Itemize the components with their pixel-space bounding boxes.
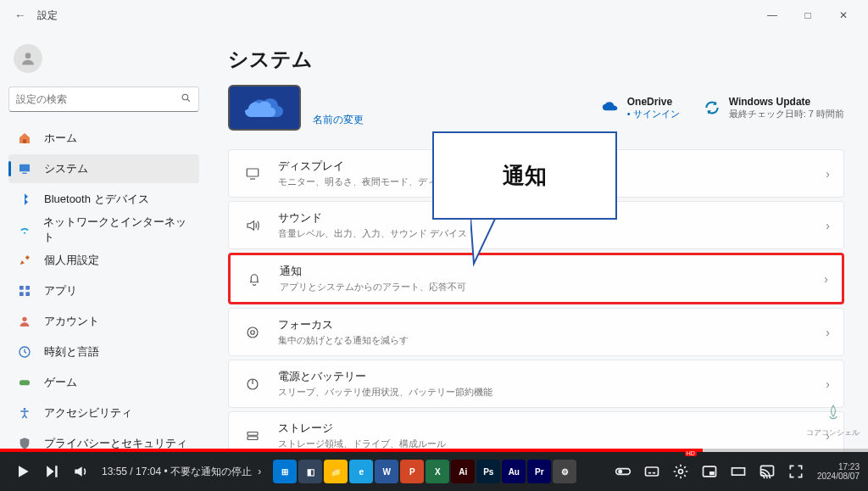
svg-point-16: [248, 327, 258, 338]
captions-button[interactable]: [637, 452, 666, 491]
sidebar-item-label: 時刻と言語: [44, 344, 99, 360]
app-icon[interactable]: Ps: [476, 460, 500, 483]
game-icon: [15, 375, 34, 390]
app-icon[interactable]: Au: [502, 460, 526, 483]
onedrive-block[interactable]: OneDrive • サインイン: [602, 96, 680, 120]
setting-subtitle: スリープ、バッテリ使用状況、バッテリー節約機能: [278, 386, 826, 399]
svg-rect-14: [247, 169, 259, 176]
sidebar-item-time-language[interactable]: 時刻と言語: [8, 338, 199, 366]
svg-line-2: [187, 99, 190, 102]
volume-button[interactable]: [66, 452, 95, 491]
app-icon[interactable]: ⚙: [553, 460, 576, 483]
chevron-right-icon: ›: [824, 272, 828, 286]
fullscreen-button[interactable]: [782, 452, 810, 491]
maximize-button[interactable]: □: [790, 0, 826, 31]
annotation-callout: 通知: [432, 131, 617, 220]
setting-row-notifications[interactable]: 通知 アプリとシステムからのアラート、応答不可 ›: [228, 253, 844, 304]
sidebar-item-bluetooth[interactable]: Bluetooth とデバイス: [8, 185, 199, 214]
sidebar-item-accessibility[interactable]: アクセシビリティ: [8, 399, 199, 427]
onedrive-title: OneDrive: [627, 96, 680, 108]
app-icon[interactable]: ◧: [298, 460, 322, 483]
rename-link[interactable]: 名前の変更: [313, 113, 364, 131]
watermark: コアコンシェル: [806, 404, 860, 438]
sidebar-item-network[interactable]: ネットワークとインターネット: [8, 215, 199, 244]
app-icon[interactable]: 📁: [324, 460, 348, 483]
app-icon[interactable]: ⊞: [273, 460, 297, 483]
svg-rect-30: [709, 471, 715, 475]
svg-rect-12: [19, 380, 30, 385]
svg-rect-8: [19, 292, 24, 296]
video-control-bar: 13:55 / 17:04 • 不要な通知の停止 › ⊞ ◧ 📁 e W P X…: [0, 452, 868, 491]
setting-subtitle: 音量レベル、出力、入力、サウンド デバイス: [278, 227, 826, 240]
play-button[interactable]: [8, 452, 37, 491]
app-icon[interactable]: P: [400, 460, 424, 483]
page-title: システム: [228, 46, 844, 73]
chevron-right-icon: ›: [826, 377, 830, 391]
svg-point-0: [25, 53, 31, 59]
svg-point-10: [22, 317, 26, 321]
theater-button[interactable]: [724, 452, 753, 491]
video-time: 13:55 / 17:04 • 不要な通知の停止 ›: [102, 465, 261, 479]
svg-rect-4: [19, 165, 30, 172]
sidebar-item-label: アプリ: [44, 283, 77, 299]
hd-badge: HD: [685, 450, 697, 456]
sidebar-item-accounts[interactable]: アカウント: [8, 307, 199, 336]
sound-icon: [242, 218, 263, 233]
search-input[interactable]: [8, 86, 199, 112]
sidebar-item-gaming[interactable]: ゲーム: [8, 368, 199, 397]
storage-icon: [242, 428, 263, 444]
svg-marker-22: [470, 217, 496, 264]
app-icon[interactable]: X: [426, 460, 449, 483]
sidebar-item-apps[interactable]: アプリ: [8, 276, 199, 305]
setting-row-storage[interactable]: ストレージ ストレージ領域、ドライブ、構成ルール ›: [228, 411, 844, 452]
wifi-icon: [15, 222, 33, 237]
svg-rect-3: [23, 139, 26, 143]
setting-title: 通知: [280, 264, 824, 279]
svg-rect-25: [645, 467, 658, 476]
sidebar-item-system[interactable]: システム: [8, 154, 199, 183]
app-icon[interactable]: e: [349, 460, 373, 483]
svg-point-13: [24, 408, 26, 410]
sidebar-item-label: ネットワークとインターネット: [43, 215, 192, 245]
sidebar-item-label: アカウント: [44, 314, 99, 329]
miniplayer-button[interactable]: [695, 452, 724, 491]
home-icon: [15, 131, 34, 146]
svg-rect-20: [248, 432, 258, 435]
sidebar-item-personalization[interactable]: 個人用設定: [8, 246, 199, 275]
next-button[interactable]: [37, 452, 66, 491]
settings-button[interactable]: HD: [666, 452, 695, 491]
search-field[interactable]: [16, 93, 181, 105]
brush-icon: [15, 253, 34, 268]
app-icon[interactable]: Ai: [451, 460, 475, 483]
sidebar-item-label: システム: [44, 161, 88, 176]
setting-subtitle: 集中の妨げとなる通知を減らす: [278, 334, 826, 347]
setting-subtitle: アプリとシステムからのアラート、応答不可: [280, 281, 824, 293]
windows-update-block[interactable]: Windows Update 最終チェック日時: 7 時間前: [704, 96, 844, 120]
clock-icon: [15, 344, 34, 360]
update-icon: [704, 99, 721, 116]
callout-text: 通知: [503, 161, 547, 191]
setting-row-power[interactable]: 電源とバッテリー スリープ、バッテリ使用状況、バッテリー節約機能 ›: [228, 360, 844, 408]
system-icon: [15, 161, 34, 176]
setting-row-focus[interactable]: フォーカス 集中の妨げとなる通知を減らす ›: [228, 308, 844, 356]
user-avatar[interactable]: [14, 44, 42, 73]
app-icon[interactable]: Pr: [527, 460, 551, 483]
svg-rect-5: [22, 173, 26, 174]
window-titlebar: ← 設定 — □ ✕: [0, 0, 868, 31]
cast-button[interactable]: [753, 452, 782, 491]
setting-title: ストレージ: [278, 421, 826, 436]
sidebar-item-home[interactable]: ホーム: [8, 124, 199, 153]
minimize-button[interactable]: —: [754, 0, 790, 31]
display-icon: [242, 166, 263, 181]
svg-point-1: [182, 94, 188, 100]
bluetooth-icon: [15, 192, 34, 207]
main-content: システム 名前の変更 OneDrive • サインイン: [208, 31, 868, 452]
setting-title: フォーカス: [278, 317, 826, 332]
back-button[interactable]: ←: [7, 8, 34, 22]
close-button[interactable]: ✕: [826, 0, 861, 31]
video-chapter[interactable]: 不要な通知の停止: [170, 466, 252, 477]
app-icon[interactable]: W: [375, 460, 398, 483]
apps-icon: [15, 283, 34, 299]
autoplay-toggle[interactable]: [609, 452, 637, 491]
desktop-thumbnail[interactable]: [228, 85, 301, 131]
